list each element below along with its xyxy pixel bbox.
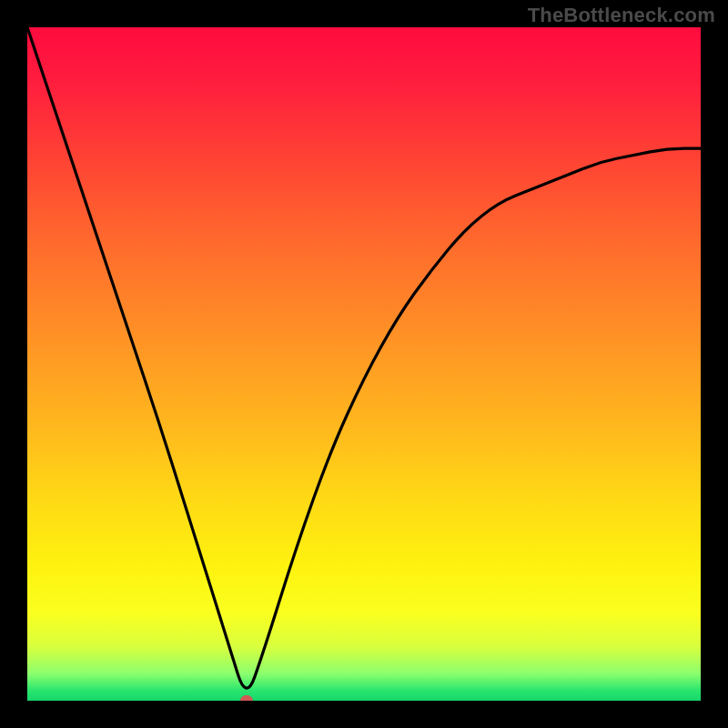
minimum-marker xyxy=(240,695,253,701)
plot-area xyxy=(27,27,701,701)
watermark: TheBottleneck.com xyxy=(528,4,715,27)
chart-frame: TheBottleneck.com xyxy=(0,0,728,728)
bottleneck-curve xyxy=(27,27,701,701)
